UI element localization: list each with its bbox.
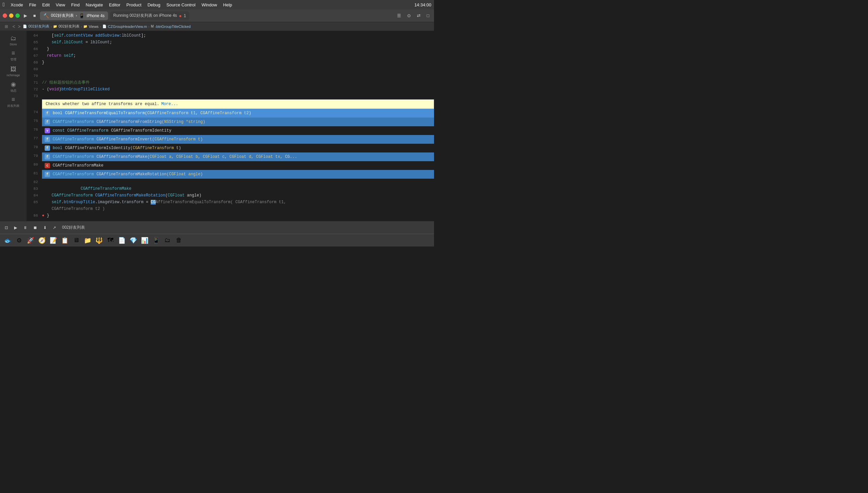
menubar-debug[interactable]: Debug xyxy=(145,2,163,8)
dock-notes[interactable]: 📝 xyxy=(48,235,59,245)
nav-arrows: < > xyxy=(12,24,21,29)
status-btn-3[interactable]: ⏸ xyxy=(21,225,29,231)
code-line-75: 75 f CGAffineTransform CGAffineTransform… xyxy=(27,117,434,126)
dock-finder[interactable]: 🐟 xyxy=(3,235,13,245)
ac-ret-4: bool xyxy=(53,146,62,150)
menubar-xcode[interactable]: Xcode xyxy=(8,2,26,8)
run-status-text: Running 002好友列表 on iPhone 4s xyxy=(113,13,177,19)
friends-icon: ≡ xyxy=(12,96,15,103)
ac-type-1: CGAffineTransform xyxy=(53,120,94,124)
status-btn-1[interactable]: ⊡ xyxy=(3,225,10,231)
close-button[interactable] xyxy=(3,14,7,18)
breadcrumb-file[interactable]: CZGroupHeaderView.m xyxy=(108,24,147,28)
fullscreen-button[interactable] xyxy=(16,14,20,18)
forward-arrow[interactable]: > xyxy=(17,24,21,29)
sidebar-item-store[interactable]: 🗂 Store xyxy=(5,34,22,47)
ac-row-2[interactable]: v const CGAffineTransform CGAffineTransf… xyxy=(42,126,434,135)
sidebar-toggle[interactable]: ⊞ xyxy=(3,23,10,30)
breadcrumb-views[interactable]: Views xyxy=(89,24,98,28)
menubar-edit[interactable]: Edit xyxy=(40,2,52,8)
dock-preferences[interactable]: ⚙ xyxy=(14,235,24,245)
panel-toggle-button[interactable]: ☰ xyxy=(395,12,403,19)
minimize-button[interactable] xyxy=(9,14,14,18)
ac-row-0[interactable]: f bool CGAffineTransformEqualToTransform… xyxy=(42,109,434,117)
breadcrumb: ⊞ < > 📄 002好友列表 › 📁 002好友列表 › 📁 Views › … xyxy=(0,22,434,31)
sidebar-label-manage: 管理 xyxy=(10,58,17,62)
menubar-window[interactable]: Window xyxy=(199,2,220,8)
code-line-78: 78 f bool CGAffineTransformIsIdentity(CG… xyxy=(27,144,434,152)
ac-type-2: const CGAffineTransform xyxy=(53,128,108,133)
menubar:  Xcode File Edit View Find Navigate Edi… xyxy=(0,0,434,9)
menubar-find[interactable]: Find xyxy=(68,2,82,8)
breadcrumb-method[interactable]: -btnGroupTitleClicked xyxy=(155,24,191,28)
sidebar-item-image[interactable]: 🖼 nchImage xyxy=(5,64,22,78)
scheme-name: 002好友列表 xyxy=(51,13,74,19)
code-lines: 64 [self.contentView addSubview:lblCount… xyxy=(27,31,434,234)
sidebar-item-dynamic[interactable]: ◉ 动态 xyxy=(5,80,22,93)
code-line-74: 74 f bool CGAffineTransformEqualToTransf… xyxy=(27,109,434,117)
ac-row-6[interactable]: c CGAffineTransformMake xyxy=(42,161,434,170)
code-line-71: 71 // 组标题按钮的点击事件 xyxy=(27,79,434,86)
code-line-86: 86 ● } xyxy=(27,212,434,219)
status-btn-5[interactable]: ⬇ xyxy=(41,225,49,231)
breakpoint-button[interactable]: ⊙ xyxy=(405,12,413,19)
dock-finder2[interactable]: 🗂 xyxy=(162,235,173,245)
menubar-navigate[interactable]: Navigate xyxy=(83,2,105,8)
menubar-right: 14:34:00 xyxy=(414,2,431,7)
status-btn-6[interactable]: ↗ xyxy=(51,225,58,231)
sidebar-label-dynamic: 动态 xyxy=(10,89,17,93)
ac-badge-5: f xyxy=(45,154,50,159)
dock-onenote[interactable]: 📋 xyxy=(60,235,70,245)
menubar-help[interactable]: Help xyxy=(221,2,235,8)
breadcrumb-project[interactable]: 002好友列表 xyxy=(28,24,49,29)
dock-instruments[interactable]: 📊 xyxy=(140,235,150,245)
code-line-73: 73 Checks whether two affine transforms … xyxy=(27,93,434,109)
code-area[interactable]: 64 [self.contentView addSubview:lblCount… xyxy=(27,31,434,234)
status-btn-2[interactable]: ▶ xyxy=(12,225,19,231)
ac-row-4[interactable]: f bool CGAffineTransformIsIdentity(CGAff… xyxy=(42,144,434,152)
dock-filezilla[interactable]: 📁 xyxy=(83,235,93,245)
ac-badge-7: f xyxy=(45,172,50,177)
menubar-editor[interactable]: Editor xyxy=(106,2,123,8)
code-line-82: 82 xyxy=(27,179,434,185)
image-icon: 🖼 xyxy=(10,66,17,73)
ac-row-3[interactable]: f CGAffineTransform CGAffineTransformInv… xyxy=(42,135,434,144)
dynamic-icon: ◉ xyxy=(11,81,16,88)
menubar-source-control[interactable]: Source Control xyxy=(164,2,198,8)
sidebar: 🗂 Store ≡ 管理 🖼 nchImage ◉ 动态 ≡ 好友列表 xyxy=(0,31,27,234)
inspector-button[interactable]: □ xyxy=(425,12,431,19)
autocomplete-tooltip: Checks whether two affine transforms are… xyxy=(42,100,434,109)
dock-word[interactable]: 📄 xyxy=(117,235,127,245)
sidebar-item-friends[interactable]: ≡ 好友列表 xyxy=(5,95,22,109)
back-forward-button[interactable]: ⇄ xyxy=(415,12,423,19)
scheme-selector[interactable]: 🔨 002好友列表 › 📱 iPhone 4s xyxy=(40,12,108,20)
dock-fork[interactable]: 🔱 xyxy=(94,235,104,245)
ac-badge-1: f xyxy=(45,119,50,125)
dock-launchpad[interactable]: 🚀 xyxy=(25,235,36,245)
run-status: Running 002好友列表 on iPhone 4s ● 1 xyxy=(110,12,190,20)
apple-icon[interactable]:  xyxy=(3,2,5,8)
chevron-icon: › xyxy=(76,14,77,18)
status-btn-4[interactable]: ⏹ xyxy=(31,225,39,231)
ac-type-3: CGAffineTransform xyxy=(53,137,94,142)
dock-safari[interactable]: 🧭 xyxy=(37,235,47,245)
dock-xmind[interactable]: 🗺 xyxy=(105,235,115,245)
ac-row-7[interactable]: f CGAffineTransform CGAffineTransformMak… xyxy=(42,170,434,179)
store-icon: 🗂 xyxy=(10,35,17,42)
menubar-product[interactable]: Product xyxy=(124,2,144,8)
dock: 🐟 ⚙ 🚀 🧭 📝 📋 🖥 📁 🔱 🗺 📄 💎 📊 📱 🗂 🗑 xyxy=(0,234,434,246)
breadcrumb-group1[interactable]: 002好友列表 xyxy=(59,24,79,29)
sidebar-item-manage[interactable]: ≡ 管理 xyxy=(5,49,22,62)
stop-button[interactable]: ■ xyxy=(31,12,38,19)
autocomplete-more-link[interactable]: More... xyxy=(161,102,178,106)
ac-row-1[interactable]: f CGAffineTransform CGAffineTransformFro… xyxy=(42,117,434,126)
ac-row-5[interactable]: f CGAffineTransform CGAffineTransformMak… xyxy=(42,152,434,161)
dock-trash[interactable]: 🗑 xyxy=(174,235,184,245)
run-button[interactable]: ▶ xyxy=(22,12,29,19)
menubar-view[interactable]: View xyxy=(53,2,68,8)
dock-sketch[interactable]: 💎 xyxy=(128,235,138,245)
dock-simulator[interactable]: 📱 xyxy=(151,235,161,245)
menubar-file[interactable]: File xyxy=(26,2,39,8)
back-arrow[interactable]: < xyxy=(12,24,16,29)
dock-terminal[interactable]: 🖥 xyxy=(71,235,81,245)
